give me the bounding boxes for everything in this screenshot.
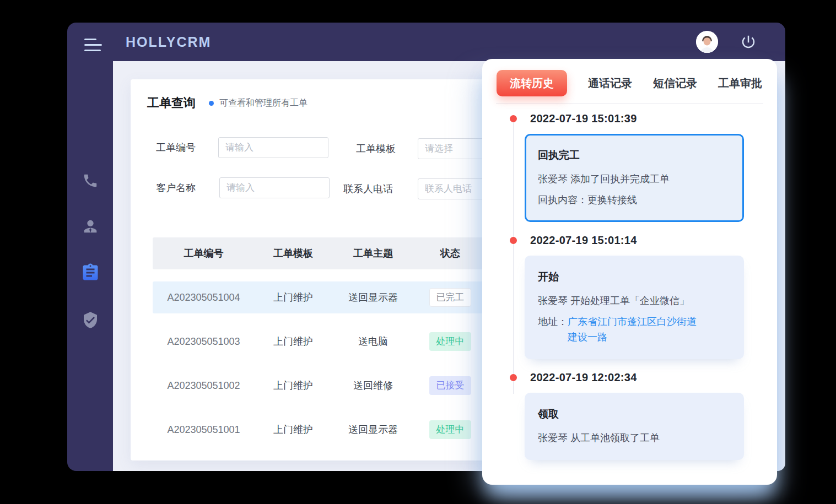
clipboard-icon <box>80 263 100 283</box>
col-header-subject: 工单主题 <box>332 247 414 260</box>
history-panel: 流转历史 通话记录 短信记录 工单审批 2022-07-19 15:01:39 … <box>482 59 777 485</box>
timeline-card-line: 张爱琴 添加了回执并完成工单 <box>538 171 731 187</box>
col-header-template: 工单模板 <box>255 247 332 260</box>
timeline-card-started[interactable]: 开始 张爱琴 开始处理工单「企业微信」 地址： 广东省江门市蓬江区白沙街道 建设… <box>525 256 744 359</box>
phone-icon <box>82 172 99 189</box>
avatar-image <box>696 31 718 53</box>
col-header-status: 状态 <box>414 247 486 260</box>
tab-workorder-approval[interactable]: 工单审批 <box>718 76 762 91</box>
status-badge: 已接受 <box>429 376 471 395</box>
timeline-card-address-line: 地址： 广东省江门市蓬江区白沙街道 建设一路 <box>538 314 731 345</box>
timeline-card-title: 回执完工 <box>538 148 731 162</box>
address-line1: 广东省江门市蓬江区白沙街道 <box>568 314 697 329</box>
shield-check-icon <box>82 311 99 329</box>
user-avatar[interactable] <box>696 31 718 53</box>
timeline-timestamp: 2022-07-19 12:02:34 <box>530 371 637 384</box>
timeline-entry: 2022-07-19 15:01:39 回执完工 张爱琴 添加了回执并完成工单 … <box>510 112 744 222</box>
panel-tabs: 流转历史 通话记录 短信记录 工单审批 <box>482 59 777 96</box>
timeline-card-completed[interactable]: 回执完工 张爱琴 添加了回执并完成工单 回执内容：更换转接线 <box>525 134 744 222</box>
hamburger-menu-icon[interactable] <box>84 39 103 53</box>
cell-template: 上门维护 <box>255 335 332 348</box>
app-logo: HOLLYCRM <box>126 34 211 50</box>
page-subtitle: 可查看和管理所有工单 <box>219 97 308 109</box>
page-title: 工单查询 <box>147 95 196 111</box>
customer-name-input[interactable] <box>219 177 330 198</box>
cell-order-id: A202305051002 <box>153 380 255 392</box>
field-label-customer: 客户名称 <box>156 177 196 198</box>
timeline-card-title: 领取 <box>538 407 731 421</box>
user-icon <box>81 217 100 236</box>
sidebar-item-customers[interactable] <box>67 214 113 239</box>
field-label-contact-phone: 联系人电话 <box>343 178 393 199</box>
tab-circulation-history[interactable]: 流转历史 <box>497 70 567 96</box>
timeline-dot-icon <box>510 237 517 244</box>
tab-sms-records[interactable]: 短信记录 <box>653 76 697 91</box>
logout-power-icon[interactable] <box>740 34 757 50</box>
subtitle-dot-icon <box>209 101 214 106</box>
address-label: 地址： <box>538 314 568 345</box>
col-header-order-id: 工单编号 <box>153 247 255 260</box>
sidebar-item-admin[interactable] <box>67 308 113 332</box>
status-badge: 处理中 <box>429 420 471 439</box>
timeline-dot-icon <box>510 115 517 122</box>
app-header: HOLLYCRM <box>67 23 785 61</box>
status-badge: 已完工 <box>429 288 471 307</box>
timeline-dot-icon <box>510 374 517 381</box>
timeline-timestamp: 2022-07-19 15:01:39 <box>530 112 637 125</box>
status-badge: 处理中 <box>429 332 471 351</box>
cell-template: 上门维护 <box>255 379 332 392</box>
cell-subject: 送回维修 <box>332 379 414 392</box>
field-label-template: 工单模板 <box>356 138 396 159</box>
cell-subject: 送电脑 <box>332 335 414 348</box>
timeline-timestamp: 2022-07-19 15:01:14 <box>530 234 637 247</box>
timeline-card-line: 回执内容：更换转接线 <box>538 192 731 208</box>
timeline-entry: 2022-07-19 12:02:34 领取 张爱琴 从工单池领取了工单 <box>510 371 744 460</box>
card-header: 工单查询 可查看和管理所有工单 <box>147 95 308 111</box>
sidebar-item-calls[interactable] <box>67 169 113 193</box>
screenshot-stage: HOLLYCRM <box>0 0 836 504</box>
timeline-card-title: 开始 <box>538 270 731 284</box>
tab-call-records[interactable]: 通话记录 <box>588 76 632 91</box>
timeline-card-claimed[interactable]: 领取 张爱琴 从工单池领取了工单 <box>525 393 744 460</box>
history-timeline: 2022-07-19 15:01:39 回执完工 张爱琴 添加了回执并完成工单 … <box>510 112 744 460</box>
sidebar-item-workorders-active[interactable] <box>67 261 113 285</box>
tabs-divider <box>496 103 763 104</box>
cell-order-id: A202305051003 <box>153 336 255 348</box>
sidebar-nav <box>67 61 113 471</box>
cell-subject: 送回显示器 <box>332 291 414 304</box>
timeline-entry: 2022-07-19 15:01:14 开始 张爱琴 开始处理工单「企业微信」 … <box>510 234 744 359</box>
timeline-card-line: 张爱琴 开始处理工单「企业微信」 <box>538 293 731 308</box>
timeline-card-line: 张爱琴 从工单池领取了工单 <box>538 430 731 446</box>
order-id-input[interactable] <box>218 137 328 158</box>
cell-order-id: A202305051004 <box>153 292 255 304</box>
cell-order-id: A202305051001 <box>153 424 255 436</box>
cell-template: 上门维护 <box>255 291 332 304</box>
cell-subject: 送回显示器 <box>332 423 414 436</box>
cell-template: 上门维护 <box>255 423 332 436</box>
address-line2: 建设一路 <box>568 329 697 345</box>
address-link[interactable]: 广东省江门市蓬江区白沙街道 建设一路 <box>568 314 697 345</box>
field-label-order-id: 工单编号 <box>156 137 196 158</box>
